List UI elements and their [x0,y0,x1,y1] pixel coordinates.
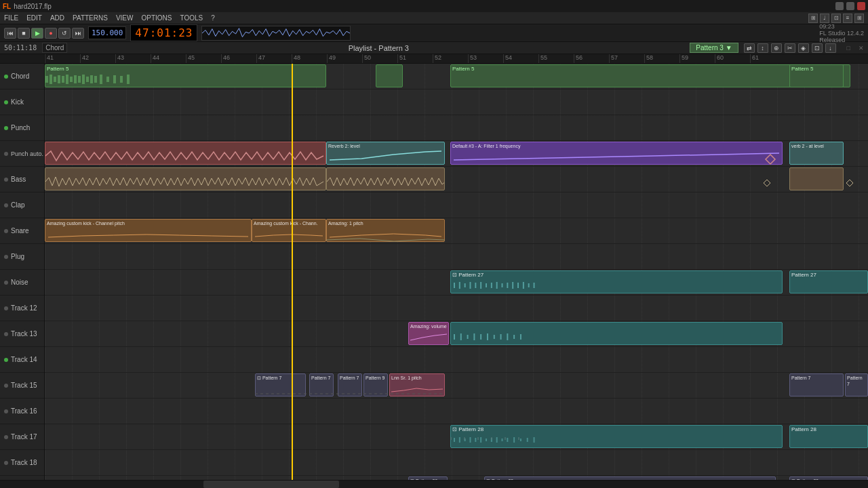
transport-bar: ⏮ ■ ▶ ● ↺ ⏭ 150.000 47:01:23 09:23 FL St… [0,24,868,42]
svg-rect-5 [66,75,68,84]
track-dot-17 [4,435,8,439]
stop-btn[interactable]: ■ [18,28,30,39]
pl-tool-7[interactable]: ↓ [825,43,836,53]
menu-patterns[interactable]: PATTERNS [73,14,108,22]
svg-rect-4 [62,76,64,83]
bpm-display[interactable]: 150.000 [88,26,126,39]
track-label-track15[interactable]: Track 15 [0,373,44,399]
track-row-19 [45,476,868,480]
track-label-track16[interactable]: Track 16 [0,399,44,424]
track-label-track13[interactable]: Track 13 [0,321,44,347]
menu-add[interactable]: ADD [50,14,64,22]
position-display: 50:11:18 [4,44,37,52]
track-dot-12 [4,306,8,310]
pl-settings-icon[interactable]: ✕ [859,45,864,52]
track-dot-16 [4,409,8,413]
svg-rect-8 [78,76,81,83]
track-label-kick[interactable]: Kick [0,89,44,115]
pl-tool-2[interactable]: ↕ [757,43,768,53]
track-label-track19[interactable]: Track 19 [0,476,44,480]
close-btn[interactable] [857,2,865,10]
track-label-track14[interactable]: Track 14 [0,347,44,373]
menu-edit[interactable]: EDIT [26,14,42,22]
menu-view[interactable]: VIEW [116,14,134,22]
maximize-btn[interactable] [846,2,854,10]
menu-help[interactable]: ? [211,14,215,22]
track-label-chord[interactable]: Chord [0,64,44,89]
pl-tool-5[interactable]: ◈ [798,43,809,53]
track-label-noise[interactable]: Noise [0,270,44,296]
playlist-main: Chord Kick Punch Punch auto. Bass Clap [0,54,868,480]
track-dot-15 [4,384,8,388]
track-row-noise: ⊡ Pattern 26 ⊡ Pattern 29 [45,270,868,296]
next-btn[interactable]: ⏭ [72,28,84,39]
play-btn[interactable]: ▶ [31,28,43,39]
svg-rect-16 [120,76,123,83]
pl-tool-6[interactable]: ⊡ [812,43,823,53]
menu-file[interactable]: FILE [4,14,18,22]
track-label-bass[interactable]: Bass [0,167,44,192]
track-dot-13 [4,332,8,336]
track-dot-18 [4,461,8,465]
minimize-btn[interactable] [835,2,844,10]
ruler-59: 59 [679,54,688,64]
svg-rect-12 [94,76,97,83]
app-icon: FL [3,3,11,10]
ruler-52: 52 [433,54,441,64]
infobar: 50:11:18 Chord Playlist - Pattern 3 Patt… [0,42,868,54]
track-labels: Chord Kick Punch Punch auto. Bass Clap [0,54,45,480]
ruler-45: 45 [186,54,195,64]
ruler-43: 43 [115,54,124,64]
chord-label: Chord [42,43,67,53]
waveform-display [201,26,351,41]
track-label-snare[interactable]: Snare [0,218,44,244]
track-label-clap[interactable]: Clap [0,192,44,218]
svg-rect-6 [70,77,73,82]
track-row-chord: Pattern 5 [45,64,868,89]
ruler-60: 60 [715,54,724,64]
pl-tool-3[interactable]: ⊕ [771,43,782,53]
track-label-plug[interactable]: Plug [0,244,44,270]
prev-btn[interactable]: ⏮ [4,28,16,39]
pl-tool-1[interactable]: ⇄ [744,43,755,53]
svg-rect-7 [74,75,77,83]
menu-tools[interactable]: TOOLS [180,14,203,22]
toolbar-icon-5[interactable]: ⊞ [854,14,864,23]
pattern-button[interactable]: Pattern 3 ▼ [690,43,738,53]
pl-zoom-label: □ [847,45,850,52]
menu-options[interactable]: OPTIONS [141,14,172,22]
track-dot-punch-auto [4,152,8,156]
toolbar-icon-1[interactable]: ⊞ [808,14,818,23]
ruler-56: 56 [574,54,583,64]
track-row-12: SMAXX - Impact 04 [45,296,868,321]
svg-rect-17 [127,75,130,84]
toolbar-icon-4[interactable]: ≡ [843,14,852,23]
loop-btn[interactable]: ↺ [58,28,71,39]
track-row-plug: ⊡ Pattern 28 [45,244,868,270]
pl-tool-4[interactable]: ✂ [785,43,795,53]
pattern-block-chord-small[interactable] [376,64,403,87]
track-label-track12[interactable]: Track 12 [0,296,44,321]
track-label-track18[interactable]: Track 18 [0,450,44,476]
track-row-snare: ⊡ Pattern 7 Pattern 7 Pattern 7 Pattern … [45,218,868,244]
record-btn[interactable]: ● [45,28,57,39]
track-content: 41 42 43 44 45 46 47 48 49 50 51 52 53 5… [45,54,868,480]
track-row-15: ▶▶ FX Angel FX 1 [45,373,868,399]
track-label-track17[interactable]: Track 17 [0,424,44,450]
track-dot-chord [4,75,8,79]
toolbar-icon-3[interactable]: ⊡ [831,14,841,23]
playlist-area: Chord Kick Punch Punch auto. Bass Clap [0,54,868,488]
horizontal-scrollbar[interactable] [0,480,868,488]
track-dot-snare [4,229,8,233]
track-dot-14 [4,358,8,362]
ruler-53: 53 [468,54,477,64]
track-label-punch-auto[interactable]: Punch auto. [0,141,44,167]
toolbar-icon-2[interactable]: ♩ [820,14,829,23]
pattern-block-chord-1[interactable]: Pattern 5 [45,64,326,87]
track-label-punch[interactable]: Punch [0,115,44,141]
pattern-block-chord-3[interactable]: Pattern 5 [789,64,844,87]
track-row-16 [45,399,868,424]
ruler-51: 51 [397,54,406,64]
track-dot-punch [4,126,8,130]
track-row-13: ▶▶ Reverse Cymbal 022 [45,321,868,347]
